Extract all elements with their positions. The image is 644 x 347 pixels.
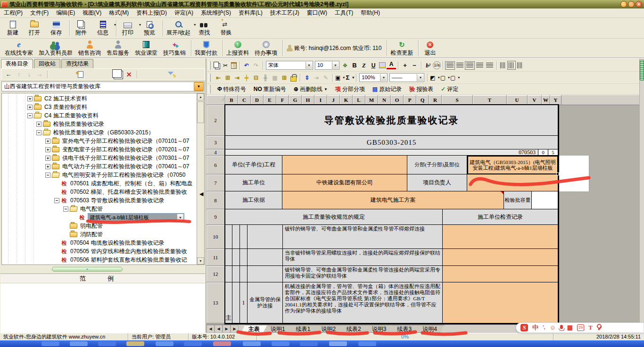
menu-item[interactable]: 视图(V) xyxy=(79,8,105,17)
ime-emoji[interactable]: ☺ xyxy=(550,323,556,332)
tree-item-label[interactable]: 070505 管内穿线和槽盒内敷线检验批质量验收 xyxy=(69,248,188,256)
collapse-handle[interactable] xyxy=(52,267,123,272)
spec-item-cell[interactable]: 镀锌钢导管、可弯曲金属导管和金属柔性导管连接处的两端宜采用专用接地卡固定保护联结… xyxy=(283,266,443,282)
table-merge-icon[interactable]: ▦ xyxy=(270,74,280,82)
tree-item[interactable]: − 电气照明安装子分部工程检验批验收记录（07050 xyxy=(2,171,197,179)
row-header[interactable]: 10 xyxy=(206,225,225,249)
superscript-button[interactable]: b² xyxy=(423,61,433,70)
pay-button[interactable]: 我要付款 xyxy=(193,39,221,58)
align-right-button[interactable] xyxy=(476,63,483,68)
tree-expander-icon[interactable]: − xyxy=(63,207,68,212)
tips-button[interactable]: 技巧集锦 xyxy=(161,39,190,58)
separator[interactable] xyxy=(223,40,223,56)
tree-expander-icon[interactable]: − xyxy=(54,198,59,203)
column-header[interactable]: Q xyxy=(416,95,429,105)
strike-line-button[interactable]: ⊕ 画删除线 ▼ xyxy=(290,84,331,94)
cell[interactable] xyxy=(225,266,232,282)
separator[interactable] xyxy=(443,61,443,70)
sales-consult-button[interactable]: 销售咨询 xyxy=(76,39,105,58)
separator[interactable] xyxy=(427,74,428,82)
form-title-cell[interactable]: 导管敷设检验批质量验收记录 xyxy=(225,105,558,136)
scrollbar-thumb[interactable] xyxy=(640,60,644,81)
document-scrollbar[interactable] xyxy=(639,58,644,333)
separator[interactable] xyxy=(387,40,387,56)
ime-toolbox-icon[interactable] xyxy=(597,324,603,331)
enlarge-font-button[interactable]: + xyxy=(400,61,410,70)
row-header[interactable]: 12 xyxy=(206,266,225,282)
sogou-logo[interactable]: S xyxy=(520,324,528,331)
tree-item[interactable]: + 变配电室子分部工程检验批验收记录（070201～07 xyxy=(2,145,197,154)
tree-item-label[interactable]: 电气配管 xyxy=(79,205,104,213)
open-button[interactable]: 打开 ▾ xyxy=(25,19,46,38)
table-insert-right-icon[interactable]: ⇥ xyxy=(232,74,242,82)
scroll-up-icon[interactable]: ▲ xyxy=(197,93,204,100)
fraction-button[interactable]: 1/a xyxy=(433,61,441,69)
spec-item-cell[interactable]: 机械连接的金属导管，管与管、管与盒（箱）体的连接配件应选用配套部件，其连接应符合… xyxy=(283,282,443,323)
check-record-cell[interactable] xyxy=(443,266,558,282)
cell[interactable] xyxy=(240,249,248,266)
join-group-button[interactable]: 加入资料员群 xyxy=(37,39,76,58)
fill-handle[interactable] xyxy=(556,173,559,175)
construction-unit-value-cell[interactable]: 中铁建设集团有限公司 xyxy=(282,174,407,191)
check-record-cell[interactable] xyxy=(443,225,558,249)
code-box-1[interactable]: 0 xyxy=(538,149,548,156)
column-header[interactable]: C xyxy=(238,95,251,105)
basis-value-cell[interactable]: 建筑电气施工方案 xyxy=(282,191,504,209)
taskbar-item[interactable] xyxy=(70,341,88,346)
row-header[interactable]: 8 xyxy=(206,191,225,209)
shrink-font-button[interactable]: − xyxy=(410,61,419,70)
menu-item[interactable]: 资料库(L) xyxy=(235,8,266,17)
separator[interactable] xyxy=(356,74,356,82)
tree-item[interactable]: + C2 施工技术资料 xyxy=(2,94,197,103)
minimize-button[interactable]: ─ xyxy=(620,1,627,8)
tree-item-label[interactable]: 检验批质量验收记录（GB50303-2015） xyxy=(52,129,155,137)
delete-form-button[interactable]: ✕ xyxy=(124,70,134,79)
tree-item-label[interactable]: 弱电配管 xyxy=(79,222,104,230)
print-button[interactable]: 打印 ▾ xyxy=(118,19,140,38)
table-insert-row-icon[interactable]: ⊞ xyxy=(223,74,232,82)
tree-item[interactable]: 检 070504 电缆敷设检验批质量验收记录 xyxy=(2,239,197,247)
menu-item[interactable]: 窗口(W) xyxy=(303,8,331,17)
menu-item[interactable]: 格式(M) xyxy=(105,8,132,17)
tree-item[interactable]: + 电气动力子分部工程检验批验收记录（070401～07 xyxy=(2,162,197,171)
classroom-button[interactable]: 筑业课堂 xyxy=(133,39,161,58)
taskbar-item[interactable] xyxy=(41,341,59,346)
font-color-button[interactable]: A xyxy=(387,61,396,69)
column-header[interactable]: P xyxy=(404,95,416,105)
filter-button[interactable] xyxy=(167,71,175,78)
table-add-icon[interactable]: ⊞ xyxy=(280,74,289,82)
after-sales-button[interactable]: 售后服务 xyxy=(105,39,133,58)
tree-expander-icon[interactable]: − xyxy=(27,113,33,118)
item-category-cell[interactable]: 金属导管的保护连接 xyxy=(248,282,283,323)
cell[interactable] xyxy=(240,266,248,282)
column-header[interactable]: G xyxy=(289,95,302,105)
renumber-button[interactable]: NO 重新编号 ▼ xyxy=(250,84,290,94)
exit-button[interactable]: 退出 xyxy=(420,39,442,58)
menu-item[interactable]: 评定(A) xyxy=(171,8,197,17)
tree-item-label[interactable]: 070504 电缆敷设检验批质量验收记录 xyxy=(69,239,165,247)
column-header[interactable]: V xyxy=(528,95,542,105)
online-expert-button[interactable]: 在线找专家 xyxy=(3,39,37,58)
nav-down-button[interactable]: ↓ xyxy=(25,70,34,79)
separator[interactable]: ▾ xyxy=(69,20,70,36)
taskbar-item[interactable] xyxy=(213,341,231,346)
separator[interactable]: ▾ xyxy=(163,20,163,36)
vertical-text-button-3[interactable] xyxy=(517,62,523,68)
item-number-cell[interactable]: 1 xyxy=(240,282,248,323)
separator[interactable] xyxy=(239,61,240,70)
column-header[interactable]: W xyxy=(542,95,550,105)
column-header[interactable]: H xyxy=(302,95,314,105)
assessment-button[interactable]: ✓ 评定 ▼ xyxy=(437,84,462,94)
inspection-form-button[interactable]: 验 报验表 ▼ xyxy=(405,84,437,94)
cell[interactable] xyxy=(248,266,283,282)
save-button[interactable]: 保存 ▾ xyxy=(46,19,68,38)
tree-expander-icon[interactable]: + xyxy=(27,105,33,110)
tree-item-label[interactable]: 消防配管 xyxy=(79,231,104,239)
account-info[interactable]: 账号: hsinqi@126.com 筑业币: 110 xyxy=(284,39,385,58)
draw-icon[interactable]: ✎ xyxy=(321,74,330,82)
code-cell[interactable]: 070503 xyxy=(225,149,538,156)
tree-scrollbar[interactable]: ▲ ▼ xyxy=(197,93,204,264)
cut-icon[interactable]: ✂ xyxy=(221,61,230,70)
tree-expander-icon[interactable]: + xyxy=(45,156,50,161)
taskbar-item[interactable] xyxy=(98,341,116,346)
